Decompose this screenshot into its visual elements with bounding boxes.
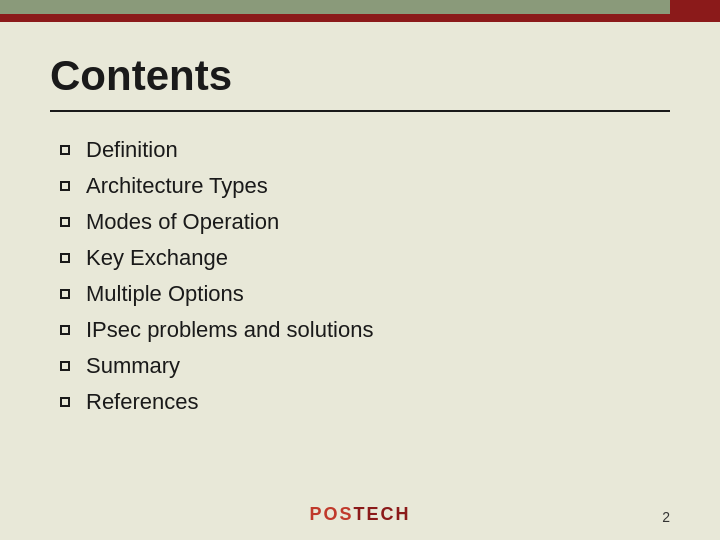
slide-title: Contents: [50, 52, 670, 100]
bullet-icon: [60, 361, 70, 371]
slide: Contents Definition Architecture Types M…: [0, 0, 720, 540]
bullet-icon: [60, 325, 70, 335]
bullet-icon: [60, 253, 70, 263]
postech-tech-text: TECH: [354, 504, 411, 524]
content-area: Contents Definition Architecture Types M…: [0, 22, 720, 504]
bullet-icon: [60, 289, 70, 299]
list-item: Key Exchange: [60, 240, 670, 276]
list-item-label: Key Exchange: [86, 245, 228, 271]
list-item: Definition: [60, 132, 670, 168]
list-item: References: [60, 384, 670, 420]
list-item: Summary: [60, 348, 670, 384]
top-bar-red-stripe: [0, 14, 670, 22]
title-rule: [50, 110, 670, 112]
list-item: IPsec problems and solutions: [60, 312, 670, 348]
list-item-label: Definition: [86, 137, 178, 163]
list-item: Multiple Options: [60, 276, 670, 312]
list-item: Architecture Types: [60, 168, 670, 204]
top-bar-red-box: [670, 0, 720, 22]
list-item-label: Modes of Operation: [86, 209, 279, 235]
postech-logo: POSTECH: [309, 504, 410, 525]
list-item-label: Summary: [86, 353, 180, 379]
list-item-label: References: [86, 389, 199, 415]
list-container: Definition Architecture Types Modes of O…: [50, 132, 670, 420]
bullet-icon: [60, 181, 70, 191]
list-item-label: Multiple Options: [86, 281, 244, 307]
bullet-icon: [60, 145, 70, 155]
bullet-icon: [60, 397, 70, 407]
list-item: Modes of Operation: [60, 204, 670, 240]
list-item-label: IPsec problems and solutions: [86, 317, 373, 343]
bottom-area: POSTECH 2: [0, 504, 720, 540]
list-item-label: Architecture Types: [86, 173, 268, 199]
page-number: 2: [662, 509, 670, 525]
postech-pos-text: POS: [309, 504, 353, 524]
top-bar: [0, 0, 720, 22]
bullet-icon: [60, 217, 70, 227]
